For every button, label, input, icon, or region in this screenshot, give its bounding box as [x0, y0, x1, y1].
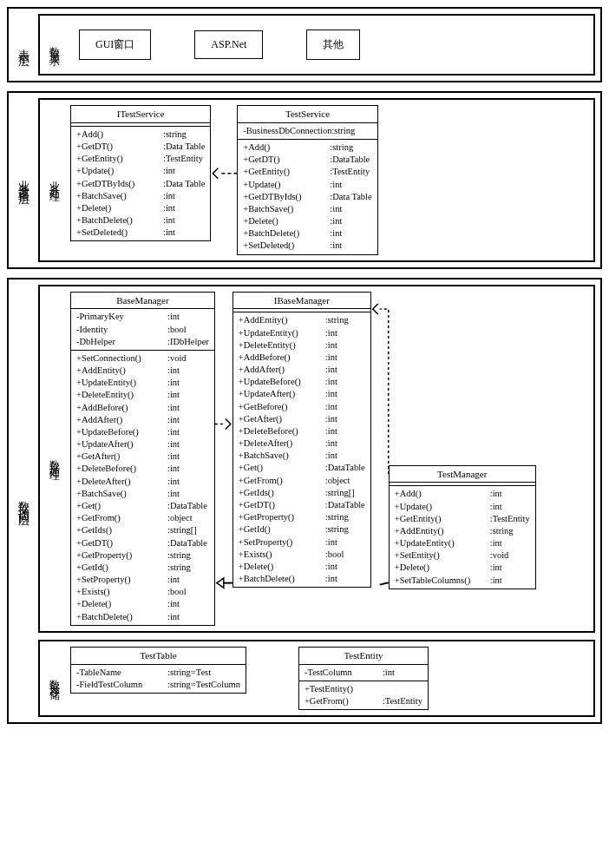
uml-op-row: +UpdateEntity():int	[395, 537, 530, 549]
uml-op-row: +Delete():int	[239, 561, 365, 573]
uml-op-row: +UpdateAfter():int	[239, 388, 365, 400]
uml-op-row: +SetDeleted():int	[76, 227, 205, 239]
uml-title: TestTable	[71, 648, 246, 665]
uml-op-row: +GetDT():Data Table	[76, 141, 205, 153]
uml-op-row: +BatchSave():int	[243, 203, 371, 215]
uml-op-row: +UpdateEntity():int	[76, 377, 209, 389]
uml-op-row: +SetProperty():int	[239, 536, 365, 549]
uml-op-row: +DeleteBefore():int	[239, 425, 365, 437]
layer-label-business: 业务逻辑层	[14, 98, 33, 262]
uml-operations: +SetConnection():void+AddEntity():int+Up…	[71, 351, 214, 625]
uml-testservice: TestService-BusinessDbConnection:string+…	[237, 105, 377, 255]
sub-label-business: 业务处理	[45, 105, 63, 255]
uml-op-row: +BatchDelete():int	[243, 227, 371, 240]
uml-op-row: +GetDTByIds():Data Table	[76, 178, 205, 190]
uml-op-row: +BatchDelete():int	[76, 214, 205, 227]
uml-op-row: +Add():string	[76, 128, 205, 141]
uml-op-row: +DeleteBefore():int	[76, 463, 209, 475]
uml-op-row: +BatchDelete():int	[239, 573, 365, 585]
uml-operations: +Add():string+GetDT():DataTable+GetEntit…	[238, 140, 377, 254]
uml-op-row: +AddEntity():string	[239, 314, 365, 326]
uml-attributes: -BusinessDbConnection:string	[238, 123, 377, 140]
uml-op-row: +UpdateBefore():int	[239, 376, 365, 388]
uml-testentity: TestEntity-TestColumn:int+TestEntity()+G…	[298, 647, 429, 710]
presentation-layer: 表示层 数据显示 GUI窗口 ASP.Net 其他	[7, 7, 602, 82]
uml-op-row: +GetDT():DataTable	[76, 537, 209, 549]
uml-op-row: +GetFrom():object	[239, 475, 365, 487]
display-sub-box: 数据显示 GUI窗口 ASP.Net 其他	[38, 14, 595, 76]
uml-op-row: +AddAfter():int	[76, 414, 209, 426]
uml-op-row: +DeleteEntity():int	[76, 389, 209, 401]
uml-testmanager: TestManager+Add():int+Update():int+GetEn…	[389, 465, 536, 589]
uml-op-row: +UpdateBefore():int	[76, 426, 209, 438]
uml-title: BaseManager	[71, 293, 214, 310]
uml-op-row: +GetDTByIds():Data Table	[243, 191, 371, 203]
sub-label-data-proc: 数据处理	[45, 292, 63, 626]
uml-op-row: +GetProperty():string	[239, 511, 365, 523]
uml-title: TestManager	[390, 466, 535, 483]
uml-op-row: +GetAfter():int	[239, 413, 365, 425]
uml-op-row: +GetDT():DataTable	[239, 499, 365, 511]
uml-op-row: +GetEntity():TestEntity	[76, 153, 205, 165]
uml-operations: +Add():int+Update():int+GetEntity():Test…	[390, 486, 535, 588]
uml-ibasemanager: IBaseManager+AddEntity():string+UpdateEn…	[232, 292, 371, 589]
uml-op-row: +Update():int	[76, 165, 205, 177]
uml-op-row: +BatchSave():int	[239, 450, 365, 462]
uml-op-row: +GetId():string	[239, 523, 365, 536]
uml-op-row: +Delete():int	[243, 215, 371, 227]
uml-attr-row: -BusinessDbConnection:string	[243, 125, 371, 137]
uml-op-row: +Exists():bool	[76, 586, 209, 598]
uml-op-row: +TestEntity()	[304, 683, 422, 695]
uml-title: TestEntity	[299, 648, 428, 665]
uml-op-row: +AddBefore():int	[76, 402, 209, 414]
uml-title: TestService	[238, 106, 377, 123]
display-box-aspnet: ASP.Net	[194, 30, 263, 59]
uml-op-row: +BatchSave():int	[76, 190, 205, 202]
uml-op-row: +Update():int	[395, 501, 530, 513]
business-layer: 业务逻辑层 业务处理 ITestService+Add():string+Get…	[7, 91, 602, 269]
uml-attr-row: -TestColumn:int	[304, 667, 422, 679]
uml-op-row: +Get():DataTable	[239, 462, 365, 474]
uml-op-row: +AddBefore():int	[239, 352, 365, 364]
uml-op-row: +GetBefore():int	[239, 401, 365, 413]
uml-attr-row: -PrimaryKey:int	[76, 311, 209, 323]
uml-op-row: +Add():string	[243, 141, 371, 154]
uml-op-row: +GetIds():string[]	[76, 524, 209, 536]
uml-op-row: +Add():int	[395, 488, 530, 500]
uml-op-row: +GetIds():string[]	[239, 487, 365, 499]
uml-op-row: +GetEntity():TestEntity	[243, 166, 371, 178]
uml-attributes: -PrimaryKey:int-Identity:bool-DbHelper:I…	[71, 309, 214, 351]
uml-op-row: +GetAfter():int	[76, 450, 209, 463]
uml-op-row: +Update():int	[243, 179, 371, 191]
sub-label-display: 数据显示	[45, 21, 63, 69]
business-sub-box: 业务处理 ITestService+Add():string+GetDT():D…	[38, 98, 595, 262]
uml-attr-row: -Identity:bool	[76, 324, 209, 336]
uml-op-row: +SetEntity():void	[395, 549, 530, 562]
uml-op-row: +BatchSave():int	[76, 488, 209, 500]
uml-op-row: +UpdateEntity():int	[239, 327, 365, 339]
uml-op-row: +Exists():bool	[239, 549, 365, 561]
data-proc-sub-box: 数据处理 BaseManager-PrimaryKey:int-Identity…	[38, 285, 595, 633]
uml-op-row: +GetId():string	[76, 562, 209, 574]
uml-attributes: -TableName:string=Test-FieldTestColumn:s…	[71, 665, 246, 693]
uml-op-row: +GetFrom():TestEntity	[304, 695, 422, 707]
uml-op-row: +GetFrom():object	[76, 512, 209, 524]
uml-attr-row: -DbHelper:IDbHelper	[76, 336, 209, 348]
uml-op-row: +AddAfter():int	[239, 364, 365, 376]
uml-op-row: +GetDT():DataTable	[243, 154, 371, 166]
uml-op-row: +GetProperty():string	[76, 549, 209, 562]
uml-operations: +AddEntity():string+UpdateEntity():int+D…	[233, 312, 370, 587]
uml-op-row: +SetTableColumns():int	[395, 575, 530, 587]
uml-op-row: +Delete():int	[76, 202, 205, 214]
display-box-gui: GUI窗口	[79, 30, 151, 60]
svg-line-3	[380, 582, 389, 584]
uml-attributes: -TestColumn:int	[299, 665, 428, 681]
uml-title: ITestService	[71, 106, 210, 123]
uml-op-row: +DeleteAfter():int	[239, 437, 365, 450]
layer-label-presentation: 表示层	[14, 14, 33, 76]
uml-itestservice: ITestService+Add():string+GetDT():Data T…	[70, 105, 211, 241]
uml-op-row: +SetConnection():void	[76, 352, 209, 365]
uml-testtable: TestTable-TableName:string=Test-FieldTes…	[70, 647, 246, 694]
uml-op-row: +AddEntity():int	[76, 365, 209, 377]
uml-op-row: +BatchDelete():int	[76, 611, 209, 623]
